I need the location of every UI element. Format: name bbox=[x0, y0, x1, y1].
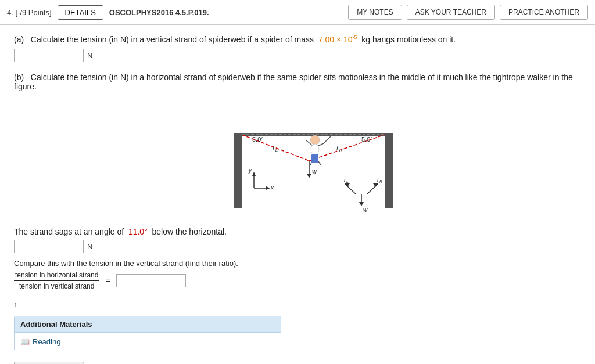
part-b-question: (b) Calculate the tension (in N) in a ho… bbox=[14, 73, 581, 91]
part-a-question: (a) Calculate the tension (in N) in a ve… bbox=[14, 34, 581, 44]
content-area: (a) Calculate the tension (in N) in a ve… bbox=[0, 25, 595, 364]
part-b-input-row: N bbox=[14, 240, 581, 253]
svg-text:w: w bbox=[363, 207, 368, 213]
top-bar: 4. [-/9 Points] DETAILS OSCOLPHYS2016 4.… bbox=[0, 0, 595, 25]
additional-materials-box: Additional Materials 📖 Reading bbox=[14, 316, 281, 351]
part-b-question-text: Calculate the tension (in N) in a horizo… bbox=[14, 73, 573, 91]
right-buttons: MY NOTES ASK YOUR TEACHER PRACTICE ANOTH… bbox=[348, 5, 588, 20]
svg-text:w: w bbox=[312, 168, 317, 175]
additional-materials-body: 📖 Reading bbox=[15, 333, 281, 351]
sag-angle: 11.0° bbox=[128, 227, 148, 236]
fraction: tension in horizontal strand tension in … bbox=[14, 271, 99, 290]
equals-sign: = bbox=[105, 276, 110, 285]
fraction-denominator: tension in vertical strand bbox=[18, 281, 95, 290]
part-b-unit: N bbox=[87, 242, 92, 251]
ratio-section: Compare this with the tension in the ver… bbox=[14, 259, 581, 290]
svg-rect-0 bbox=[187, 98, 408, 220]
reading-link[interactable]: 📖 Reading bbox=[20, 337, 275, 346]
fraction-numerator: tension in horizontal strand bbox=[14, 271, 99, 281]
ratio-answer-input[interactable] bbox=[116, 274, 186, 287]
compare-text: Compare this with the tension in the ver… bbox=[14, 259, 581, 268]
practice-another-button[interactable]: PRACTICE ANOTHER bbox=[500, 5, 588, 20]
part-a: (a) Calculate the tension (in N) in a ve… bbox=[14, 34, 581, 62]
part-a-label: (a) bbox=[14, 35, 24, 44]
additional-materials-header: Additional Materials bbox=[15, 316, 281, 333]
arrow-up: ↑ bbox=[14, 301, 581, 308]
submit-row: Submit Answer bbox=[14, 362, 581, 364]
svg-rect-1 bbox=[234, 133, 242, 208]
ask-teacher-button[interactable]: ASK YOUR TEACHER bbox=[407, 5, 495, 20]
part-a-question-text: Calculate the tension (in N) in a vertic… bbox=[31, 35, 314, 44]
tightrope-figure: 5.0° 5.0° TL TR w y x bbox=[187, 98, 408, 220]
book-icon: 📖 bbox=[20, 337, 30, 346]
svg-text:5.0°: 5.0° bbox=[252, 136, 264, 143]
mass-value: 7.00 × 10-5 bbox=[318, 35, 357, 44]
mass-unit: kg hangs motionless on it. bbox=[361, 35, 456, 44]
svg-text:x: x bbox=[270, 185, 274, 191]
points-label: 4. [-/9 Points] bbox=[7, 8, 52, 17]
svg-rect-37 bbox=[311, 154, 318, 163]
part-b-label: (b) bbox=[14, 73, 24, 82]
details-button[interactable]: DETAILS bbox=[58, 5, 103, 20]
fraction-row: tension in horizontal strand tension in … bbox=[14, 271, 581, 290]
figure-container: 5.0° 5.0° TL TR w y x bbox=[14, 98, 581, 220]
svg-text:y: y bbox=[248, 167, 252, 174]
my-notes-button[interactable]: MY NOTES bbox=[348, 5, 402, 20]
sag-description: The strand sags at an angle of 11.0° bel… bbox=[14, 227, 581, 236]
part-a-answer-input[interactable] bbox=[14, 49, 84, 62]
part-a-input-row: N bbox=[14, 49, 581, 62]
problem-id: OSCOLPHYS2016 4.5.P.019. bbox=[109, 8, 342, 17]
svg-point-36 bbox=[311, 144, 319, 154]
reading-label: Reading bbox=[33, 337, 60, 346]
part-a-unit: N bbox=[87, 51, 92, 60]
part-b-answer-input[interactable] bbox=[14, 240, 84, 253]
part-b: (b) Calculate the tension (in N) in a ho… bbox=[14, 73, 581, 290]
svg-rect-2 bbox=[385, 133, 393, 208]
svg-text:5.0°: 5.0° bbox=[361, 136, 373, 143]
submit-button[interactable]: Submit Answer bbox=[14, 362, 84, 364]
svg-point-29 bbox=[310, 135, 320, 145]
